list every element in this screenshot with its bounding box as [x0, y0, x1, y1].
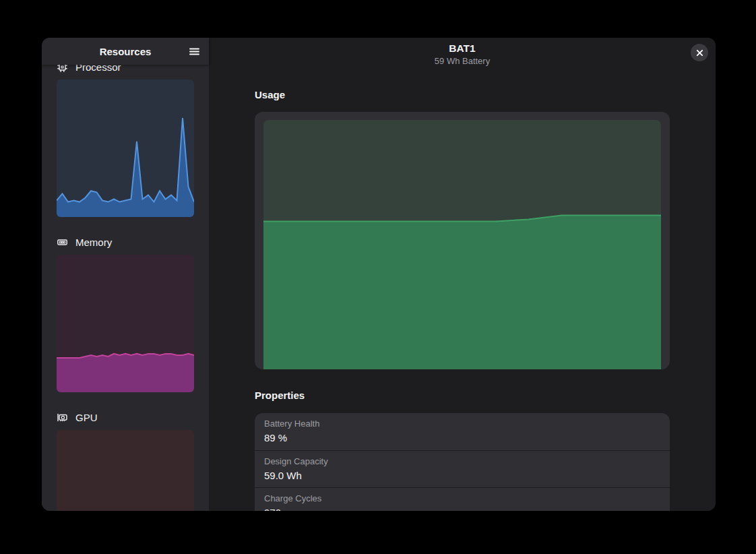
app-title: Resources	[100, 46, 152, 57]
detail-header: BAT1 59 Wh Battery	[209, 42, 716, 67]
close-button[interactable]	[691, 44, 708, 61]
sidebar-item-label: GPU	[75, 412, 98, 423]
property-row-charge-cycles: Charge Cycles 970	[255, 487, 670, 511]
sidebar-list: Processor Memory	[42, 65, 209, 511]
sidebar-header: Resources	[42, 38, 209, 65]
sidebar-item-processor[interactable]: Processor	[47, 65, 203, 226]
detail-title: BAT1	[209, 42, 716, 55]
resources-app-window: Resources Processor	[42, 38, 716, 511]
property-value: 89 %	[264, 431, 660, 444]
battery-charge-row: Battery Charge 76 % (Charging)	[255, 112, 670, 369]
usage-card: Battery Charge 76 % (Charging) Power Usa…	[255, 112, 670, 369]
sidebar-item-label: Processor	[75, 65, 121, 73]
main-menu-button[interactable]	[186, 43, 202, 59]
processor-sparkline	[57, 80, 194, 217]
sidebar-item-label: Memory	[75, 237, 112, 248]
sidebar: Resources Processor	[42, 38, 209, 511]
battery-charge-chart	[263, 120, 661, 369]
property-label: Design Capacity	[264, 456, 660, 467]
property-value: 59.0 Wh	[264, 469, 660, 482]
property-label: Battery Health	[264, 419, 660, 429]
property-label: Charge Cycles	[264, 493, 660, 504]
property-row-design-capacity: Design Capacity 59.0 Wh	[255, 450, 670, 487]
battery-detail-panel: BAT1 59 Wh Battery Usage Battery Charge …	[209, 38, 716, 511]
detail-subtitle: 59 Wh Battery	[209, 55, 716, 67]
property-value: 970	[264, 506, 660, 511]
property-row-battery-health: Battery Health 89 %	[255, 413, 670, 450]
cpu-icon	[57, 65, 68, 73]
usage-section-heading: Usage	[255, 89, 285, 100]
sidebar-item-gpu[interactable]: GPU	[47, 404, 203, 511]
hamburger-menu-icon	[189, 46, 200, 57]
memory-sparkline	[57, 255, 194, 392]
gpu-sparkline	[57, 430, 194, 511]
properties-card: Battery Health 89 % Design Capacity 59.0…	[255, 413, 670, 511]
sidebar-item-memory[interactable]: Memory	[47, 228, 203, 402]
memory-icon	[57, 237, 68, 248]
close-icon	[696, 49, 703, 57]
properties-section-heading: Properties	[255, 390, 305, 401]
gpu-icon	[57, 412, 68, 423]
